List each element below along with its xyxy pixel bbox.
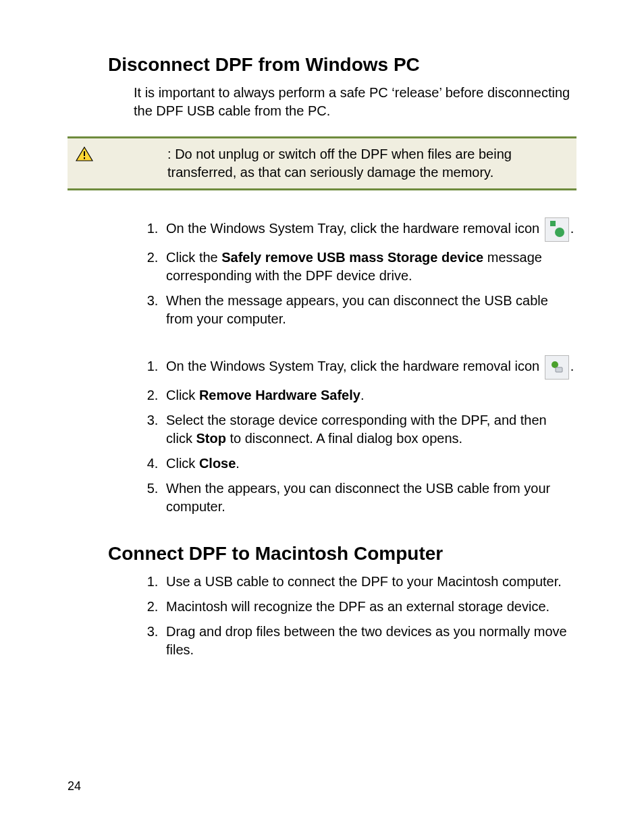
step-text: On the Windows System Tray, click the ha… — [166, 359, 543, 373]
list-item: On the Windows System Tray, click the ha… — [162, 217, 576, 242]
list-item: Drag and drop files between the two devi… — [162, 623, 576, 659]
steps-xp: On the Windows System Tray, click the ha… — [68, 217, 576, 328]
step-text: Click the — [166, 250, 221, 265]
intro-disconnect: It is important to always perform a safe… — [68, 84, 576, 120]
warning-icon — [76, 147, 93, 161]
step-bold: Stop — [196, 431, 225, 446]
list-item: Use a USB cable to connect the DPF to yo… — [162, 573, 576, 591]
step-text: Click — [166, 456, 199, 471]
caution-callout: : Do not unplug or switch off the DPF wh… — [68, 136, 576, 190]
list-item: Click Remove Hardware Safely. — [162, 386, 576, 405]
list-item: Click Close. — [162, 454, 576, 473]
step-text: Use a USB cable to connect the DPF to yo… — [166, 574, 562, 589]
step-text: When the message appears, you can discon… — [166, 293, 548, 326]
caution-body: Do not unplug or switch off the DPF when… — [167, 147, 512, 180]
step-bold: Remove Hardware Safely — [199, 388, 360, 402]
step-text: On the Windows System Tray, click the ha… — [166, 221, 543, 236]
list-item: Select the storage device corresponding … — [162, 411, 576, 448]
hardware-removal-icon — [545, 217, 569, 242]
svg-point-3 — [552, 361, 558, 368]
step-text-tail: . — [236, 456, 240, 471]
step-text-tail: to disconnect. A final dialog box opens. — [226, 431, 462, 446]
caution-text: : Do not unplug or switch off the DPF wh… — [100, 145, 566, 182]
step-text-tail: . — [570, 359, 574, 373]
heading-connect-mac: Connect DPF to Macintosh Computer — [68, 543, 576, 565]
step-text: When the appears, you can disconnect the… — [166, 481, 550, 514]
step-text: Drag and drop files between the two devi… — [166, 624, 567, 657]
list-item: On the Windows System Tray, click the ha… — [162, 355, 576, 380]
svg-rect-2 — [84, 157, 85, 159]
list-item: When the appears, you can disconnect the… — [162, 479, 576, 516]
step-bold: Close — [199, 456, 236, 471]
step-text-tail: . — [360, 388, 365, 402]
svg-rect-4 — [556, 367, 562, 372]
step-text: Macintosh will recognize the DPF as an e… — [166, 599, 549, 614]
page-number: 24 — [68, 779, 81, 793]
steps-mac: Use a USB cable to connect the DPF to yo… — [68, 573, 576, 659]
steps-vista: On the Windows System Tray, click the ha… — [68, 355, 576, 516]
step-bold: Safely remove USB mass Storage device — [221, 250, 483, 265]
list-item: Click the Safely remove USB mass Storage… — [162, 249, 576, 285]
step-text-tail: . — [570, 221, 574, 236]
list-item: When the message appears, you can discon… — [162, 292, 576, 328]
hardware-removal-icon — [545, 355, 569, 380]
heading-disconnect: Disconnect DPF from Windows PC — [68, 54, 576, 76]
list-item: Macintosh will recognize the DPF as an e… — [162, 598, 576, 616]
caution-colon: : — [167, 147, 171, 161]
page-root: Disconnect DPF from Windows PC It is imp… — [0, 0, 644, 834]
step-text: Click — [166, 388, 199, 402]
svg-rect-1 — [84, 151, 85, 156]
